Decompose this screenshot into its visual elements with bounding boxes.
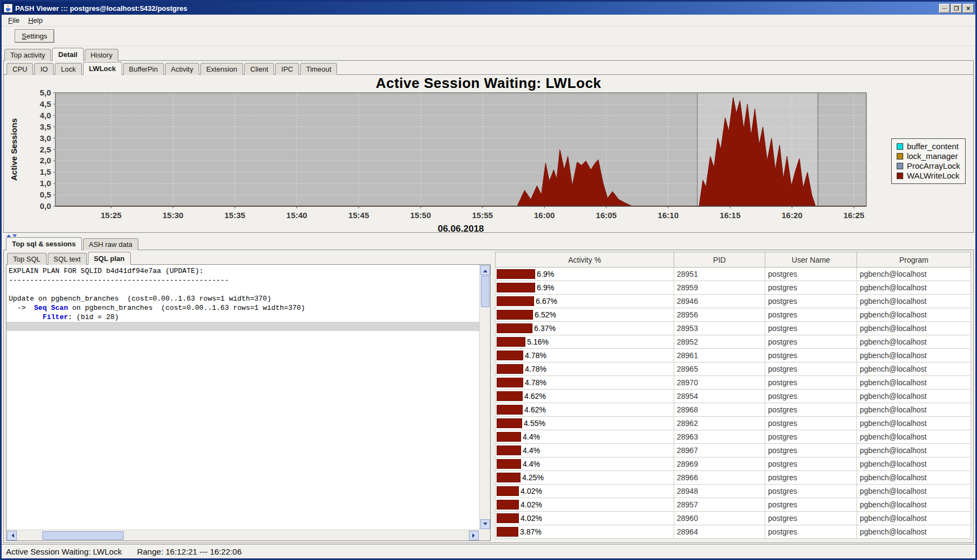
- main-tab-top-activity[interactable]: Top activity: [4, 49, 51, 61]
- wait-tab-client[interactable]: Client: [244, 63, 274, 75]
- sql-tab-top-sql[interactable]: Top SQL: [7, 253, 47, 265]
- session-row[interactable]: 6.9%28959postgrespgbench@localhost: [496, 281, 971, 295]
- wait-tab-ipc[interactable]: IPC: [275, 63, 299, 75]
- column-header-pid[interactable]: PID: [674, 252, 765, 268]
- close-button[interactable]: ✕: [963, 4, 974, 13]
- menu-help[interactable]: Help: [24, 15, 47, 26]
- scrollbar-corner: [479, 530, 490, 540]
- main-tab-history[interactable]: History: [85, 49, 118, 61]
- sql-plan-line[interactable]: -> Seq Scan on pgbench_branches (cost=0.…: [7, 303, 479, 313]
- activity-cell: 5.16%: [496, 335, 674, 349]
- column-header-activity[interactable]: Activity %: [496, 252, 674, 268]
- session-row[interactable]: 4.55%28962postgrespgbench@localhost: [496, 417, 971, 430]
- user-name-cell: postgres: [765, 403, 857, 417]
- wait-tab-timeout[interactable]: Timeout: [300, 63, 337, 75]
- svg-text:0,0: 0,0: [40, 201, 51, 211]
- activity-cell: 4.78%: [496, 362, 674, 376]
- session-row[interactable]: 4.78%28961postgrespgbench@localhost: [496, 349, 971, 362]
- main-tab-detail[interactable]: Detail: [52, 48, 83, 61]
- horizontal-scroll-thumb[interactable]: [42, 531, 124, 540]
- legend-item-buffer-content: buffer_content: [897, 142, 960, 151]
- session-row[interactable]: 6.67%28946postgrespgbench@localhost: [496, 295, 971, 308]
- vertical-scroll-thumb[interactable]: [481, 276, 490, 307]
- session-row[interactable]: 4.62%28968postgrespgbench@localhost: [496, 403, 971, 417]
- session-row[interactable]: 4.4%28967postgrespgbench@localhost: [496, 444, 971, 457]
- activity-bar: [497, 446, 521, 455]
- sql-plan-line[interactable]: Filter: (bid = 28): [7, 313, 479, 322]
- activity-percent: 5.16%: [527, 338, 549, 346]
- sessions-panel: Activity %PIDUser NameProgram 6.9%28951p…: [495, 252, 971, 541]
- session-row[interactable]: 4.02%28957postgrespgbench@localhost: [496, 498, 971, 512]
- svg-text:15:35: 15:35: [225, 211, 245, 220]
- wait-tab-lock[interactable]: Lock: [55, 63, 81, 75]
- sessions-table: Activity %PIDUser NameProgram 6.9%28951p…: [495, 252, 971, 539]
- bottom-tab-ash-raw-data[interactable]: ASH raw data: [83, 238, 138, 250]
- wait-tab-extension[interactable]: Extension: [200, 63, 243, 75]
- session-row[interactable]: 4.78%28965postgrespgbench@localhost: [496, 362, 971, 376]
- bottom-tab-top-sql-sessions[interactable]: Top sql & sessions: [6, 237, 82, 250]
- scroll-down-button[interactable]: [480, 519, 490, 529]
- session-row[interactable]: 6.9%28951postgrespgbench@localhost: [496, 268, 971, 281]
- program-cell: pgbench@localhost: [857, 308, 971, 322]
- active-sessions-chart[interactable]: 15:2515:3015:3515:4015:4515:5015:5516:00…: [4, 90, 973, 233]
- sql-plan-line[interactable]: EXPLAIN PLAN FOR SQLID b4d41df94e7aa (UP…: [7, 266, 479, 276]
- session-row[interactable]: 3.87%28964postgrespgbench@localhost: [496, 525, 971, 539]
- program-cell: pgbench@localhost: [857, 390, 971, 403]
- column-header-program[interactable]: Program: [857, 252, 971, 268]
- program-cell: pgbench@localhost: [857, 525, 971, 539]
- sql-tab-sql-plan[interactable]: SQL plan: [88, 252, 131, 265]
- wait-tab-cpu[interactable]: CPU: [7, 63, 33, 75]
- sql-tab-sql-text[interactable]: SQL text: [48, 253, 87, 265]
- session-row[interactable]: 6.37%28953postgrespgbench@localhost: [496, 322, 971, 335]
- session-row[interactable]: 5.16%28952postgrespgbench@localhost: [496, 335, 971, 349]
- sql-plan-line[interactable]: ----------------------------------------…: [7, 276, 479, 285]
- scroll-right-button[interactable]: [469, 531, 479, 540]
- activity-cell: 4.25%: [496, 471, 674, 485]
- legend-item-walwritelock: WALWriteLock: [897, 171, 960, 181]
- titlebar[interactable]: PASH Viewer ::: postgres@localhost:5432/…: [2, 2, 975, 15]
- sql-vertical-scrollbar[interactable]: [479, 265, 490, 530]
- settings-button[interactable]: Settings: [15, 29, 54, 43]
- program-cell: pgbench@localhost: [857, 485, 971, 498]
- activity-cell: 4.62%: [496, 390, 674, 403]
- split-divider[interactable]: [3, 233, 974, 237]
- menu-file[interactable]: File: [4, 15, 24, 26]
- pid-cell: 28969: [674, 457, 765, 471]
- session-row[interactable]: 4.25%28966postgrespgbench@localhost: [496, 471, 971, 485]
- session-row[interactable]: 4.4%28963postgrespgbench@localhost: [496, 430, 971, 444]
- sql-plan-line[interactable]: [7, 322, 479, 331]
- column-header-user-name[interactable]: User Name: [765, 252, 857, 268]
- activity-bar: [497, 378, 523, 387]
- sql-plan-line[interactable]: [7, 285, 479, 294]
- session-row[interactable]: 4.62%28954postgrespgbench@localhost: [496, 390, 971, 403]
- pid-cell: 28968: [674, 403, 765, 417]
- scroll-left-button[interactable]: [7, 531, 17, 540]
- sql-horizontal-scrollbar[interactable]: [7, 530, 479, 540]
- toolbar: Settings: [2, 27, 975, 46]
- sql-plan-line[interactable]: Update on pgbench_branches (cost=0.00..1…: [7, 294, 479, 303]
- pid-cell: 28951: [674, 268, 765, 281]
- session-row[interactable]: 6.52%28956postgrespgbench@localhost: [496, 308, 971, 322]
- pid-cell: 28964: [674, 525, 765, 539]
- minimize-button[interactable]: ─: [939, 4, 950, 13]
- svg-text:4,5: 4,5: [40, 99, 51, 109]
- svg-text:06.06.2018: 06.06.2018: [437, 224, 484, 233]
- session-row[interactable]: 4.78%28970postgrespgbench@localhost: [496, 376, 971, 390]
- activity-bar: [497, 296, 534, 306]
- svg-text:5,0: 5,0: [40, 90, 51, 97]
- wait-tab-bufferpin[interactable]: BufferPin: [123, 63, 164, 75]
- activity-bar: [497, 486, 519, 496]
- wait-tab-activity[interactable]: Activity: [165, 63, 199, 75]
- session-row[interactable]: 4.02%28960postgrespgbench@localhost: [496, 512, 971, 525]
- wait-tab-io[interactable]: IO: [34, 63, 54, 75]
- session-row[interactable]: 4.02%28948postgrespgbench@localhost: [496, 485, 971, 498]
- maximize-button[interactable]: ❐: [951, 4, 962, 13]
- sql-plan-view[interactable]: EXPLAIN PLAN FOR SQLID b4d41df94e7aa (UP…: [7, 265, 479, 530]
- activity-percent: 4.4%: [523, 446, 540, 455]
- session-row[interactable]: 4.4%28969postgrespgbench@localhost: [496, 457, 971, 471]
- wait-tab-lwlock[interactable]: LWLock: [83, 62, 122, 75]
- user-name-cell: postgres: [765, 430, 857, 444]
- scroll-up-button[interactable]: [480, 265, 490, 275]
- svg-text:15:40: 15:40: [287, 211, 307, 220]
- pid-cell: 28954: [674, 390, 765, 403]
